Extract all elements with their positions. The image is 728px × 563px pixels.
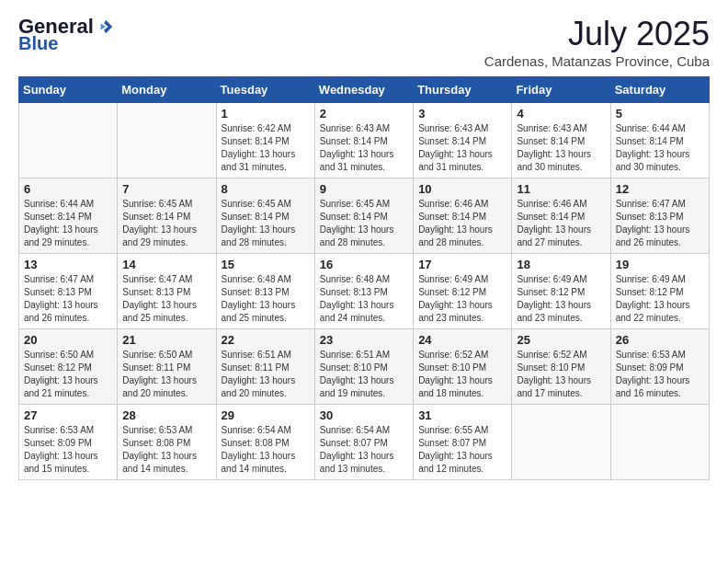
calendar-cell: 12Sunrise: 6:47 AM Sunset: 8:13 PM Dayli… [610,178,709,254]
calendar-header-row: SundayMondayTuesdayWednesdayThursdayFrid… [19,77,710,103]
calendar-cell: 27Sunrise: 6:53 AM Sunset: 8:09 PM Dayli… [19,405,118,480]
calendar-cell: 3Sunrise: 6:43 AM Sunset: 8:14 PM Daylig… [414,103,512,178]
calendar-cell: 15Sunrise: 6:48 AM Sunset: 8:13 PM Dayli… [216,254,314,329]
day-number: 15 [222,258,310,271]
day-info: Sunrise: 6:51 AM Sunset: 8:10 PM Dayligh… [320,350,394,398]
day-info: Sunrise: 6:47 AM Sunset: 8:13 PM Dayligh… [122,274,197,323]
calendar-cell: 10Sunrise: 6:46 AM Sunset: 8:14 PM Dayli… [414,178,512,254]
day-info: Sunrise: 6:55 AM Sunset: 8:07 PM Dayligh… [418,425,493,474]
calendar-cell: 13Sunrise: 6:47 AM Sunset: 8:13 PM Dayli… [19,254,118,329]
calendar-cell: 2Sunrise: 6:43 AM Sunset: 8:14 PM Daylig… [314,103,413,178]
calendar-cell: 18Sunrise: 6:49 AM Sunset: 8:12 PM Dayli… [512,254,610,329]
day-info: Sunrise: 6:42 AM Sunset: 8:14 PM Dayligh… [222,123,296,172]
calendar-cell: 4Sunrise: 6:43 AM Sunset: 8:14 PM Daylig… [512,103,610,178]
day-number: 25 [517,333,605,347]
calendar-cell: 25Sunrise: 6:52 AM Sunset: 8:10 PM Dayli… [512,329,610,405]
header-monday: Monday [118,77,216,103]
day-number: 5 [616,107,704,121]
day-number: 28 [122,408,210,422]
calendar-cell: 6Sunrise: 6:44 AM Sunset: 8:14 PM Daylig… [19,178,118,254]
day-number: 31 [418,408,506,422]
svg-marker-1 [101,23,106,29]
day-number: 24 [418,333,506,347]
day-info: Sunrise: 6:43 AM Sunset: 8:14 PM Dayligh… [320,123,394,172]
calendar-cell: 26Sunrise: 6:53 AM Sunset: 8:09 PM Dayli… [610,329,709,405]
day-number: 16 [320,258,408,271]
day-number: 4 [517,107,605,121]
day-info: Sunrise: 6:47 AM Sunset: 8:13 PM Dayligh… [616,199,690,247]
calendar-cell [118,103,216,178]
day-number: 13 [24,258,112,271]
day-info: Sunrise: 6:49 AM Sunset: 8:12 PM Dayligh… [517,274,591,323]
day-number: 6 [24,182,112,196]
calendar-cell: 11Sunrise: 6:46 AM Sunset: 8:14 PM Dayli… [512,178,610,254]
day-number: 3 [418,107,506,121]
calendar-cell [512,405,610,480]
header-thursday: Thursday [414,77,512,103]
calendar-week-row: 6Sunrise: 6:44 AM Sunset: 8:14 PM Daylig… [19,178,710,254]
day-number: 10 [418,182,506,196]
calendar-cell: 24Sunrise: 6:52 AM Sunset: 8:10 PM Dayli… [414,329,512,405]
header-sunday: Sunday [19,77,118,103]
day-info: Sunrise: 6:49 AM Sunset: 8:12 PM Dayligh… [616,274,690,323]
calendar-cell: 8Sunrise: 6:45 AM Sunset: 8:14 PM Daylig… [216,178,314,254]
calendar-cell: 1Sunrise: 6:42 AM Sunset: 8:14 PM Daylig… [216,103,314,178]
day-number: 2 [320,107,408,121]
calendar-cell: 22Sunrise: 6:51 AM Sunset: 8:11 PM Dayli… [216,329,314,405]
day-info: Sunrise: 6:45 AM Sunset: 8:14 PM Dayligh… [222,199,296,247]
logo: General Blue [18,15,114,54]
calendar-cell: 9Sunrise: 6:45 AM Sunset: 8:14 PM Daylig… [314,178,413,254]
day-number: 29 [222,408,310,422]
day-number: 11 [517,182,605,196]
calendar-cell: 28Sunrise: 6:53 AM Sunset: 8:08 PM Dayli… [118,405,216,480]
day-info: Sunrise: 6:48 AM Sunset: 8:13 PM Dayligh… [222,274,296,323]
header-friday: Friday [512,77,610,103]
day-number: 21 [122,333,210,347]
header-saturday: Saturday [610,77,709,103]
calendar-week-row: 13Sunrise: 6:47 AM Sunset: 8:13 PM Dayli… [19,254,710,329]
day-info: Sunrise: 6:46 AM Sunset: 8:14 PM Dayligh… [517,199,591,247]
day-number: 18 [517,258,605,271]
day-info: Sunrise: 6:54 AM Sunset: 8:07 PM Dayligh… [320,425,394,474]
day-info: Sunrise: 6:43 AM Sunset: 8:14 PM Dayligh… [418,123,493,172]
day-info: Sunrise: 6:44 AM Sunset: 8:14 PM Dayligh… [24,199,98,247]
title-section: July 2025 Cardenas, Matanzas Province, C… [484,15,710,69]
calendar-cell: 19Sunrise: 6:49 AM Sunset: 8:12 PM Dayli… [610,254,709,329]
day-number: 27 [24,408,112,422]
day-number: 9 [320,182,408,196]
day-number: 30 [320,408,408,422]
day-info: Sunrise: 6:45 AM Sunset: 8:14 PM Dayligh… [320,199,394,247]
logo-blue-text: Blue [18,33,58,54]
calendar-cell: 20Sunrise: 6:50 AM Sunset: 8:12 PM Dayli… [19,329,118,405]
logo-icon [97,18,114,35]
day-info: Sunrise: 6:43 AM Sunset: 8:14 PM Dayligh… [517,123,591,172]
location-subtitle: Cardenas, Matanzas Province, Cuba [484,53,710,69]
day-number: 19 [616,258,704,271]
calendar-cell [19,103,118,178]
day-info: Sunrise: 6:53 AM Sunset: 8:09 PM Dayligh… [24,425,98,474]
day-info: Sunrise: 6:54 AM Sunset: 8:08 PM Dayligh… [222,425,296,474]
day-info: Sunrise: 6:46 AM Sunset: 8:14 PM Dayligh… [418,199,493,247]
day-info: Sunrise: 6:53 AM Sunset: 8:08 PM Dayligh… [122,425,197,474]
day-number: 7 [122,182,210,196]
day-info: Sunrise: 6:44 AM Sunset: 8:14 PM Dayligh… [616,123,690,172]
calendar-week-row: 27Sunrise: 6:53 AM Sunset: 8:09 PM Dayli… [19,405,710,480]
day-info: Sunrise: 6:47 AM Sunset: 8:13 PM Dayligh… [24,274,98,323]
day-info: Sunrise: 6:45 AM Sunset: 8:14 PM Dayligh… [122,199,197,247]
calendar-cell: 23Sunrise: 6:51 AM Sunset: 8:10 PM Dayli… [314,329,413,405]
day-number: 20 [24,333,112,347]
day-info: Sunrise: 6:52 AM Sunset: 8:10 PM Dayligh… [517,350,591,398]
calendar-cell: 5Sunrise: 6:44 AM Sunset: 8:14 PM Daylig… [610,103,709,178]
day-number: 22 [222,333,310,347]
day-number: 17 [418,258,506,271]
day-number: 12 [616,182,704,196]
calendar-week-row: 1Sunrise: 6:42 AM Sunset: 8:14 PM Daylig… [19,103,710,178]
day-number: 23 [320,333,408,347]
calendar-cell: 21Sunrise: 6:50 AM Sunset: 8:11 PM Dayli… [118,329,216,405]
day-info: Sunrise: 6:50 AM Sunset: 8:12 PM Dayligh… [24,350,98,398]
day-number: 26 [616,333,704,347]
calendar-cell: 7Sunrise: 6:45 AM Sunset: 8:14 PM Daylig… [118,178,216,254]
header-tuesday: Tuesday [216,77,314,103]
day-number: 1 [222,107,310,121]
day-info: Sunrise: 6:48 AM Sunset: 8:13 PM Dayligh… [320,274,394,323]
